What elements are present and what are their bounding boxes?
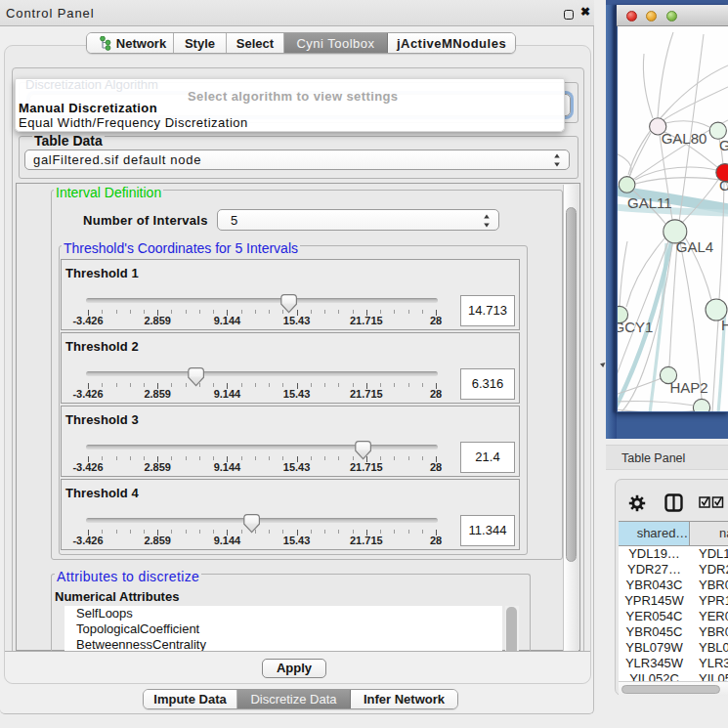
svg-text:GAL80: GAL80 xyxy=(662,130,707,147)
svg-text:GAL4: GAL4 xyxy=(676,238,713,255)
svg-text:GAL: GAL xyxy=(719,137,728,153)
svg-text:HA: HA xyxy=(721,317,728,333)
svg-text:CA: CA xyxy=(719,177,728,193)
svg-text:HAP2: HAP2 xyxy=(669,379,707,396)
svg-text:GCY1: GCY1 xyxy=(618,319,653,335)
svg-text:GAL11: GAL11 xyxy=(627,194,672,211)
